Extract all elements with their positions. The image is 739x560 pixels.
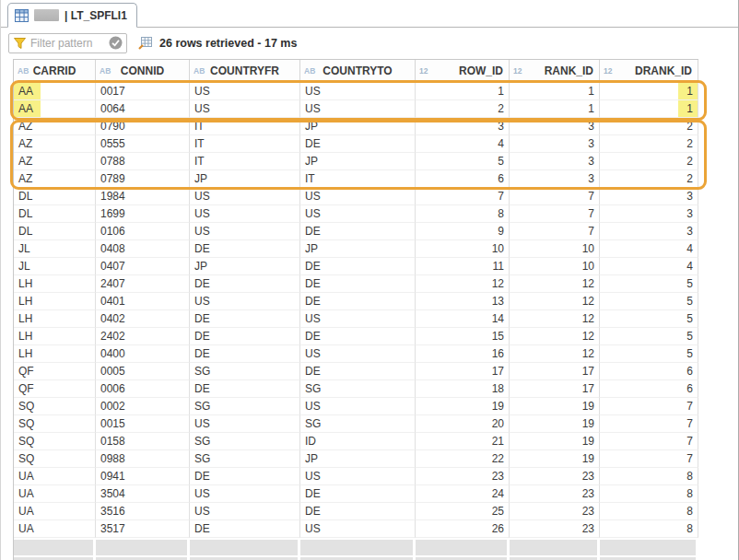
table-cell[interactable]: DE bbox=[190, 380, 300, 398]
table-cell[interactable]: SQ bbox=[14, 398, 96, 415]
table-cell[interactable]: 1 bbox=[600, 83, 698, 100]
table-cell[interactable]: ID bbox=[300, 433, 416, 450]
table-cell[interactable]: US bbox=[190, 415, 300, 433]
table-cell[interactable]: 0555 bbox=[96, 135, 190, 153]
table-cell[interactable]: SQ bbox=[14, 415, 96, 433]
table-cell[interactable]: IT bbox=[300, 170, 416, 188]
table-cell[interactable]: 10 bbox=[510, 258, 600, 275]
table-cell[interactable]: 0408 bbox=[96, 240, 190, 258]
table-cell[interactable]: 23 bbox=[510, 503, 600, 520]
table-cell[interactable]: 2407 bbox=[96, 275, 190, 293]
table-cell[interactable]: US bbox=[300, 100, 416, 118]
table-cell[interactable]: DE bbox=[300, 485, 416, 503]
table-cell[interactable]: US bbox=[190, 503, 300, 520]
column-header-rank_id[interactable]: 12RANK_ID bbox=[510, 60, 600, 82]
table-cell[interactable]: 12 bbox=[510, 275, 600, 293]
table-cell[interactable]: 11 bbox=[416, 258, 510, 275]
table-cell[interactable]: AA bbox=[14, 83, 96, 100]
table-cell[interactable]: SG bbox=[190, 398, 300, 415]
table-cell[interactable]: 1699 bbox=[96, 205, 190, 223]
table-cell[interactable]: LH bbox=[14, 275, 96, 293]
table-cell[interactable]: 3517 bbox=[96, 520, 190, 538]
table-cell[interactable]: 3 bbox=[600, 188, 698, 205]
table-cell[interactable]: 7 bbox=[510, 188, 600, 205]
table-cell[interactable]: JP bbox=[190, 258, 300, 275]
table-cell[interactable]: 12 bbox=[510, 310, 600, 328]
table-cell[interactable]: 3504 bbox=[96, 485, 190, 503]
table-cell[interactable]: JL bbox=[14, 240, 96, 258]
table-cell[interactable]: 2 bbox=[600, 170, 698, 188]
table-cell[interactable]: 7 bbox=[510, 205, 600, 223]
table-cell[interactable]: 24 bbox=[416, 485, 510, 503]
table-cell[interactable]: JP bbox=[300, 450, 416, 468]
table-cell[interactable]: 7 bbox=[600, 450, 698, 468]
table-cell[interactable]: US bbox=[300, 205, 416, 223]
table-cell[interactable]: 7 bbox=[600, 433, 698, 450]
table-cell[interactable]: US bbox=[190, 100, 300, 118]
table-cell[interactable]: 5 bbox=[416, 153, 510, 170]
table-cell[interactable]: 13 bbox=[416, 293, 510, 310]
column-header-drank_id[interactable]: 12DRANK_ID bbox=[600, 60, 698, 82]
table-cell[interactable]: 0064 bbox=[96, 100, 190, 118]
table-cell[interactable]: DE bbox=[190, 345, 300, 363]
table-cell[interactable]: 0788 bbox=[96, 153, 190, 170]
tab-lt-spfli1[interactable]: | LT_SPFLI1 bbox=[7, 3, 137, 28]
table-cell[interactable]: 5 bbox=[600, 275, 698, 293]
table-cell[interactable]: IT bbox=[190, 118, 300, 135]
table-cell[interactable]: 0005 bbox=[96, 363, 190, 380]
table-cell[interactable]: 15 bbox=[416, 328, 510, 345]
table-cell[interactable]: SQ bbox=[14, 450, 96, 468]
table-cell[interactable]: DE bbox=[190, 520, 300, 538]
table-row[interactable]: QF0005SGDE17176 bbox=[14, 363, 698, 380]
table-cell[interactable]: 3 bbox=[510, 135, 600, 153]
table-cell[interactable]: 17 bbox=[510, 380, 600, 398]
table-cell[interactable]: DE bbox=[300, 293, 416, 310]
table-row[interactable]: LH2402DEDE15125 bbox=[14, 328, 698, 345]
table-cell[interactable]: 17 bbox=[510, 363, 600, 380]
table-cell[interactable]: 19 bbox=[510, 450, 600, 468]
table-cell[interactable]: 5 bbox=[600, 293, 698, 310]
table-cell[interactable]: LH bbox=[14, 328, 96, 345]
table-cell[interactable]: DE bbox=[190, 310, 300, 328]
table-cell[interactable]: SG bbox=[190, 363, 300, 380]
table-cell[interactable]: SG bbox=[190, 450, 300, 468]
table-row[interactable]: SQ0158SGID21197 bbox=[14, 433, 698, 450]
column-header-countryto[interactable]: ABCOUNTRYTO bbox=[300, 60, 416, 82]
table-cell[interactable]: SG bbox=[300, 380, 416, 398]
table-cell[interactable]: 0106 bbox=[96, 223, 190, 240]
table-cell[interactable]: DE bbox=[300, 258, 416, 275]
table-cell[interactable]: 0400 bbox=[96, 345, 190, 363]
table-cell[interactable]: US bbox=[300, 520, 416, 538]
table-cell[interactable]: 3 bbox=[510, 153, 600, 170]
table-cell[interactable]: 2402 bbox=[96, 328, 190, 345]
table-cell[interactable]: AZ bbox=[14, 118, 96, 135]
table-cell[interactable]: DE bbox=[190, 240, 300, 258]
table-cell[interactable]: 16 bbox=[416, 345, 510, 363]
table-cell[interactable]: 0006 bbox=[96, 380, 190, 398]
table-cell[interactable]: DE bbox=[190, 275, 300, 293]
table-cell[interactable]: US bbox=[300, 83, 416, 100]
table-cell[interactable]: LH bbox=[14, 293, 96, 310]
table-cell[interactable]: SQ bbox=[14, 433, 96, 450]
table-cell[interactable]: 6 bbox=[416, 170, 510, 188]
table-cell[interactable]: 7 bbox=[600, 398, 698, 415]
table-cell[interactable]: 0015 bbox=[96, 415, 190, 433]
table-cell[interactable]: 2 bbox=[600, 153, 698, 170]
table-cell[interactable]: JP bbox=[300, 240, 416, 258]
table-cell[interactable]: 0988 bbox=[96, 450, 190, 468]
table-cell[interactable]: 3 bbox=[600, 223, 698, 240]
table-cell[interactable]: DL bbox=[14, 188, 96, 205]
table-row[interactable]: AZ0789JPIT632 bbox=[14, 170, 698, 188]
table-cell[interactable]: 2 bbox=[600, 118, 698, 135]
table-cell[interactable]: 2 bbox=[600, 135, 698, 153]
table-cell[interactable]: 0941 bbox=[96, 468, 190, 485]
table-row[interactable]: UA3504USDE24238 bbox=[14, 485, 698, 503]
table-cell[interactable]: US bbox=[190, 485, 300, 503]
table-cell[interactable]: 5 bbox=[600, 328, 698, 345]
table-cell[interactable]: QF bbox=[14, 380, 96, 398]
table-cell[interactable]: 23 bbox=[510, 485, 600, 503]
table-cell[interactable]: 12 bbox=[510, 328, 600, 345]
table-cell[interactable]: 3 bbox=[510, 170, 600, 188]
table-cell[interactable]: US bbox=[190, 205, 300, 223]
table-cell[interactable]: SG bbox=[190, 433, 300, 450]
